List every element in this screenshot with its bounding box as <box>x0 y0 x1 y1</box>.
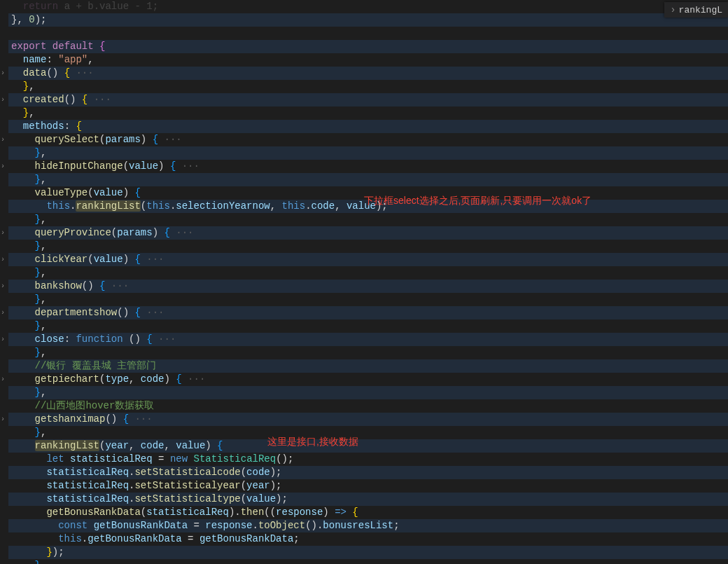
code-line[interactable]: data() { ··· <box>8 67 728 80</box>
code-line[interactable]: created() { ··· <box>8 93 728 106</box>
code-line[interactable]: bankshow() { ··· <box>8 280 728 293</box>
code-line[interactable]: this.getBonusRankData = getBonusRankData… <box>8 532 728 546</box>
code-line[interactable]: statisticalReq.setStatisticalyear(year); <box>8 479 728 493</box>
code-line[interactable]: const getBonusRankData = response.toObje… <box>8 519 728 532</box>
code-line[interactable]: //山西地图hover数据获取 <box>8 399 728 413</box>
code-line[interactable]: queryProvince(params) { ··· <box>8 226 728 240</box>
code-line[interactable]: methods: { <box>8 120 728 133</box>
code-line[interactable]: }, <box>8 240 728 253</box>
code-line[interactable]: statisticalReq.setStatisticaltype(value)… <box>8 493 728 506</box>
fold-chevron-icon[interactable]: › <box>1 413 5 426</box>
fold-chevron-icon[interactable]: › <box>1 333 5 346</box>
fold-chevron-icon[interactable]: › <box>1 133 5 146</box>
code-line[interactable]: }, <box>8 213 728 226</box>
code-line[interactable]: }, <box>8 346 728 359</box>
code-line[interactable]: hideInputChange(value) { ··· <box>8 160 728 173</box>
code-line[interactable]: //银行 覆盖县城 主管部门 <box>8 359 728 373</box>
fold-chevron-icon[interactable]: › <box>1 306 5 319</box>
code-line[interactable]: }); <box>8 546 728 559</box>
code-line[interactable]: }, 0); <box>8 13 728 27</box>
code-line[interactable]: }, <box>8 319 728 333</box>
breadcrumb-bar[interactable]: › rankingL <box>664 2 728 18</box>
code-line[interactable]: }, <box>8 80 728 93</box>
code-line[interactable]: export default { <box>8 40 728 53</box>
code-area[interactable]: return a + b.value - 1; }, 0); export de… <box>8 0 728 564</box>
fold-chevron-icon[interactable]: › <box>1 226 5 240</box>
code-line[interactable]: }, <box>8 386 728 399</box>
code-line[interactable]: }, <box>8 426 728 439</box>
code-line[interactable]: }, <box>8 173 728 186</box>
code-line[interactable]: getshanximap() { ··· <box>8 413 728 426</box>
fold-chevron-icon[interactable]: › <box>1 160 5 173</box>
fold-chevron-icon[interactable]: › <box>1 93 5 106</box>
annotation-1: 下拉框select选择之后,页面刷新,只要调用一次就ok了 <box>364 195 592 207</box>
gutter: ››››››››››› <box>0 0 8 564</box>
code-line[interactable]: }, <box>8 146 728 160</box>
breadcrumb-item[interactable]: rankingL <box>679 5 722 15</box>
code-line[interactable]: statisticalReq.setStatisticalcode(code); <box>8 466 728 479</box>
fold-chevron-icon[interactable]: › <box>1 373 5 386</box>
code-editor[interactable]: ››››››››››› return a + b.value - 1; }, 0… <box>0 0 728 564</box>
code-line[interactable]: }, <box>8 559 728 564</box>
code-line[interactable]: name: "app", <box>8 53 728 67</box>
code-line[interactable]: let statisticalReq = new StatisticalReq(… <box>8 453 728 466</box>
code-line[interactable]: }, <box>8 106 728 120</box>
code-line[interactable] <box>8 27 728 40</box>
code-line[interactable]: departmentshow() { ··· <box>8 306 728 319</box>
code-line[interactable]: }, <box>8 266 728 280</box>
code-line[interactable]: }, <box>8 293 728 306</box>
fold-chevron-icon[interactable]: › <box>1 67 5 80</box>
annotation-2: 这里是接口,接收数据 <box>267 436 358 448</box>
code-line[interactable]: close: function () { ··· <box>8 333 728 346</box>
code-line[interactable]: querySelect(params) { ··· <box>8 133 728 146</box>
chevron-right-icon: › <box>670 4 676 15</box>
code-line[interactable]: return a + b.value - 1; <box>8 0 728 13</box>
code-line[interactable]: getBonusRankData(statisticalReq).then((r… <box>8 506 728 519</box>
code-line[interactable]: getpiechart(type, code) { ··· <box>8 373 728 386</box>
code-line[interactable]: rankingList(year, code, value) { <box>8 439 728 453</box>
fold-chevron-icon[interactable]: › <box>1 253 5 266</box>
fold-chevron-icon[interactable]: › <box>1 280 5 293</box>
code-line[interactable]: clickYear(value) { ··· <box>8 253 728 266</box>
